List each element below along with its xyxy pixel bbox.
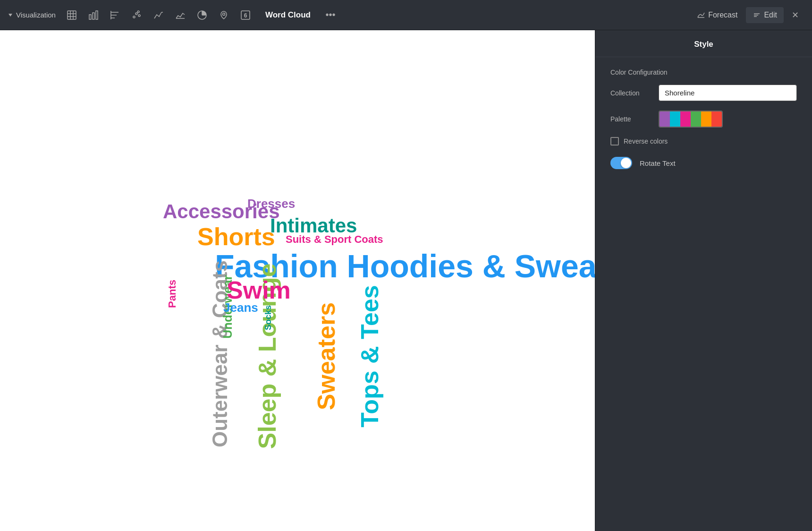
swatch-cell [701,111,711,128]
line-chart-icon-btn[interactable] [149,6,168,25]
main-content: Fashion Hoodies & SweatshirtsAccessories… [0,30,812,531]
swatch-cell [711,111,722,128]
pie-chart-icon-btn[interactable] [193,6,211,25]
rotate-text-row: Rotate Text [610,157,797,169]
gantt-icon [110,10,120,20]
reverse-colors-checkbox[interactable] [610,137,619,146]
collection-label: Collection [610,89,653,97]
scatter-icon-btn[interactable] [127,6,146,25]
word-cloud-word: Dresses [247,197,295,211]
word-cloud-word: Swim [227,276,291,304]
pie-chart-icon [197,10,207,20]
svg-point-21 [222,13,225,15]
svg-point-13 [133,16,135,18]
swatch-cell [691,111,701,128]
svg-point-14 [135,13,137,15]
reverse-colors-row: Reverse colors [610,137,797,146]
word-cloud-word: Tops & Tees [355,285,384,427]
toolbar: Visualization [0,0,812,30]
toolbar-right: Forecast Edit ✕ [690,6,804,25]
word-cloud: Fashion Hoodies & SweatshirtsAccessories… [0,30,595,531]
more-options-button[interactable]: ••• [321,6,340,25]
area-chart-icon-btn[interactable] [171,6,190,25]
bar-chart-icon-btn[interactable] [84,6,103,25]
word-cloud-word: Suits & Sport Coats [286,233,383,246]
dropdown-arrow-icon [8,12,13,18]
svg-point-16 [137,11,139,13]
swatch-cell [680,111,691,128]
word-cloud-word: Sweaters [312,302,340,410]
word-cloud-button[interactable]: Word Cloud [258,7,318,24]
edit-button[interactable]: Edit [746,7,784,23]
word-cloud-word: Jeans [223,300,258,315]
svg-rect-8 [96,11,98,19]
number-icon: 6 [240,10,251,20]
collection-row: Collection [610,85,797,101]
svg-marker-0 [8,14,12,17]
palette-row: Palette [610,111,797,128]
toggle-knob [621,158,631,168]
app-container: Visualization [0,0,812,531]
palette-swatch[interactable] [659,111,723,128]
area-chart-icon [175,10,186,20]
word-cloud-word: Pants [166,280,178,308]
swatch-cell [670,111,680,128]
bar-chart-icon [88,10,99,20]
rotate-text-toggle[interactable] [610,157,632,169]
svg-point-15 [138,15,140,17]
close-button[interactable]: ✕ [786,6,804,25]
map-icon-btn[interactable] [214,6,233,25]
gantt-icon-btn[interactable] [106,6,125,25]
swatch-cell [660,111,670,128]
panel-body: Color Configuration Collection Palette R… [595,57,812,180]
svg-text:6: 6 [244,12,247,19]
map-icon [219,10,229,20]
rotate-text-label: Rotate Text [640,159,676,167]
palette-label: Palette [610,115,653,123]
right-panel: Style Color Configuration Collection Pal… [595,30,812,531]
number-icon-btn[interactable]: 6 [236,6,255,25]
forecast-icon [697,11,705,19]
word-cloud-word: Socks [263,305,273,330]
color-config-label: Color Configuration [610,69,797,76]
collection-input[interactable] [659,85,797,101]
svg-rect-6 [89,15,91,19]
canvas-area: Fashion Hoodies & SweatshirtsAccessories… [0,30,595,531]
edit-icon [753,11,761,19]
forecast-button[interactable]: Forecast [690,7,744,23]
scatter-icon [132,10,142,20]
line-chart-icon [153,10,164,20]
panel-title: Style [595,30,812,57]
svg-rect-1 [68,11,76,19]
table-icon-btn[interactable] [62,6,81,25]
visualization-label: Visualization [8,11,56,19]
word-cloud-word: Shorts [197,223,275,251]
reverse-colors-label: Reverse colors [624,137,668,145]
toolbar-left: Visualization [8,6,687,25]
table-icon [67,10,77,20]
svg-rect-7 [93,13,94,19]
